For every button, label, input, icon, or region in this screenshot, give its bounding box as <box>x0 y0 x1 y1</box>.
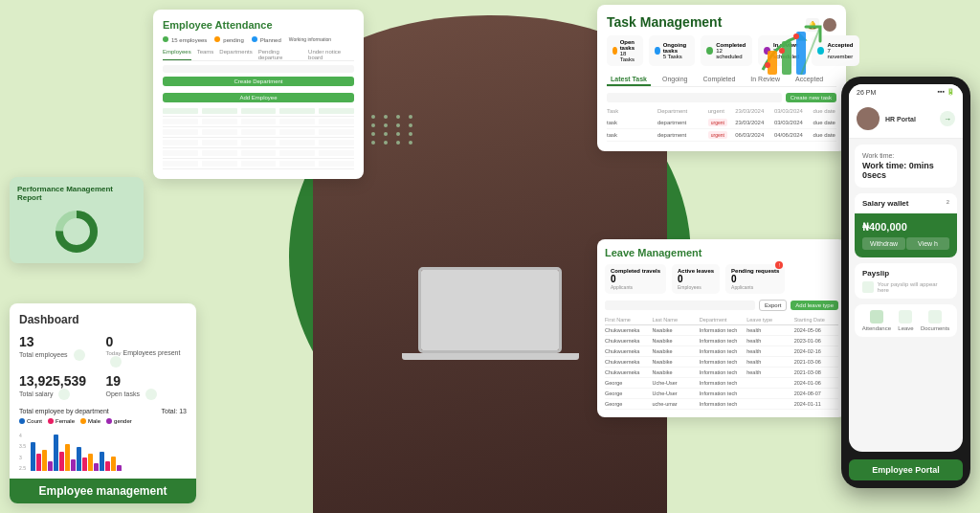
attendance-search <box>163 65 354 73</box>
leave-card: Leave Management Completed travels 0 App… <box>597 239 846 417</box>
phone-status-bar: 26 PM ▪▪▪ 🔋 <box>849 84 963 100</box>
work-time-label: Work time: <box>862 152 949 159</box>
stat-employees-present: 0 Today Employees present <box>106 334 188 368</box>
dashboard-footer: Employee management <box>10 479 196 503</box>
tab-teams[interactable]: Teams <box>197 49 214 60</box>
bar-group-3 <box>77 447 99 471</box>
stat-planned: Planned <box>252 36 281 43</box>
table-row <box>163 148 354 159</box>
btn-export[interactable]: Export <box>759 300 787 311</box>
stat-open-tasks: 19 Open tasks <box>106 373 188 400</box>
legend-male: Male <box>80 418 100 424</box>
svg-rect-3 <box>782 41 791 75</box>
dashboard-stats: 13 Total employees 0 Today Employees pre… <box>19 334 187 400</box>
stat-open: Open tasks18 Tasks <box>607 35 643 66</box>
dept-section: Total employee by department Total: 13 <box>19 408 187 414</box>
phone-arrow-icon[interactable]: → <box>940 111 955 126</box>
leave-title: Leave Management <box>605 247 838 258</box>
attendance-stats: 15 employees pending Planned Working inf… <box>163 36 354 43</box>
btn-withdraw[interactable]: Withdraw <box>862 237 905 250</box>
donut-chart <box>53 208 100 256</box>
table-row: task department urgent 06/03/2024 04/06/… <box>607 129 836 142</box>
btn-add-employee[interactable]: Add Employee <box>163 93 354 102</box>
payslip-section: Payslip Your payslip will appear here <box>855 263 957 299</box>
attendance-card: Employee Attendance 15 employees pending… <box>153 10 364 179</box>
logo-area <box>755 19 832 86</box>
bar-group-4 <box>100 452 122 471</box>
btn-create-dept[interactable]: Create Department <box>163 77 354 86</box>
table-row: Georgeuche-umarInformation tech2024-01-1… <box>605 399 838 410</box>
phone-screen: 26 PM ▪▪▪ 🔋 HR Portal → Work time: Work … <box>849 84 963 452</box>
attendance-title: Employee Attendance <box>163 19 354 31</box>
table-row <box>163 138 354 148</box>
nav-documents[interactable]: Documents <box>921 310 949 331</box>
stat-working: Working information <box>289 36 331 43</box>
btn-create-task[interactable]: Create new task <box>786 93 836 102</box>
leave-stats: Completed travels 0 Applicants Active le… <box>605 264 838 294</box>
nav-attendance[interactable]: Attendance <box>862 310 891 331</box>
dashboard-title: Dashboard <box>19 313 187 326</box>
laptop <box>418 267 562 360</box>
dept-legend: Count Female Male gender <box>19 418 187 424</box>
tab-departments[interactable]: Departments <box>219 49 252 60</box>
leave-nav-icon <box>899 310 912 323</box>
table-row: GeorgeUche-UserInformation tech2024-08-0… <box>605 389 838 399</box>
payslip-empty: Your payslip will appear here <box>862 281 949 293</box>
nav-leave[interactable]: Leave <box>898 310 913 331</box>
task-table-header: Task Department urgent 23/03/2024 03/03/… <box>607 108 836 114</box>
svg-point-6 <box>779 48 785 54</box>
leave-table-header: First Name Last Name Department Leave ty… <box>605 315 838 325</box>
attendance-nav-icon <box>870 310 883 323</box>
tab-completed[interactable]: Completed <box>699 74 739 86</box>
tab-notice[interactable]: Under notice board <box>308 49 354 60</box>
legend-gender: gender <box>106 418 132 424</box>
tab-employees[interactable]: Employees <box>163 49 191 60</box>
performance-title: Performance Management Report <box>17 185 136 202</box>
btn-add-leave-type[interactable]: Add leave type <box>791 301 838 310</box>
tab-ongoing[interactable]: Ongoing <box>658 74 691 86</box>
stat-pending-requests: Pending requests 0 ! Applicants <box>725 264 785 294</box>
phone-avatar <box>857 107 880 130</box>
performance-card: Performance Management Report <box>10 177 144 263</box>
dashboard-card: Dashboard 13 Total employees 0 Today Emp… <box>10 303 196 503</box>
legend-female: Female <box>48 418 75 424</box>
table-row: ChukwuemekaNwabikeInformation techhealth… <box>605 325 838 336</box>
table-row: task department urgent 23/03/2024 03/03/… <box>607 117 836 129</box>
table-row <box>163 127 354 138</box>
tab-latest[interactable]: Latest Task <box>607 74 651 86</box>
bar-chart: 43.532.5 <box>19 428 187 471</box>
logo-chart-icon <box>758 22 830 84</box>
tab-pending[interactable]: Pending departure <box>258 49 302 60</box>
salary-amount-box: ₦400,000 Withdraw View h <box>855 213 957 257</box>
leave-search-input[interactable] <box>605 301 755 310</box>
table-row: ChukwuemekaNwabikeInformation techhealth… <box>605 368 838 378</box>
salary-actions: Withdraw View h <box>862 237 949 250</box>
y-axis: 43.532.5 <box>19 433 26 471</box>
leave-search-row: Export Add leave type <box>605 300 838 311</box>
stat-total-salary: 13,925,539 Total salary <box>19 373 100 400</box>
salary-section: Salary wallet 2 ₦400,000 Withdraw View h <box>855 193 957 257</box>
stat-pending: pending <box>214 36 243 43</box>
salary-header: Salary wallet 2 <box>855 193 957 213</box>
legend-count: Count <box>19 418 42 424</box>
table-row: ChukwuemekaNwabikeInformation techhealth… <box>605 336 838 346</box>
salary-amount: ₦400,000 <box>862 221 949 234</box>
stat-ongoing: Ongoing tasks5 Tasks <box>649 35 695 66</box>
stat-active-leaves: Active leaves 0 Employees <box>672 264 720 294</box>
phone-bottom-nav: Attendance Leave Documents <box>855 304 957 337</box>
svg-point-7 <box>793 33 799 39</box>
task-search-input[interactable] <box>607 93 782 102</box>
btn-view[interactable]: View h <box>906 237 949 250</box>
table-row: ChukwuemekaNwabikeInformation techhealth… <box>605 346 838 357</box>
dot-pattern-left <box>359 115 416 145</box>
attendance-table-header <box>163 106 354 117</box>
stat-employees: 15 employees <box>163 36 207 43</box>
bar-group-1 <box>31 442 53 471</box>
svg-point-5 <box>765 62 770 68</box>
stat-completed: Completed12 scheduled <box>701 35 752 66</box>
table-row: GeorgeUche-UserInformation tech2024-01-0… <box>605 378 838 389</box>
bar-group-2 <box>54 435 76 471</box>
task-title: Task Management <box>607 14 722 30</box>
phone-footer-label: Employee Portal <box>849 459 963 480</box>
stat-total-employees: 13 Total employees <box>19 334 100 368</box>
